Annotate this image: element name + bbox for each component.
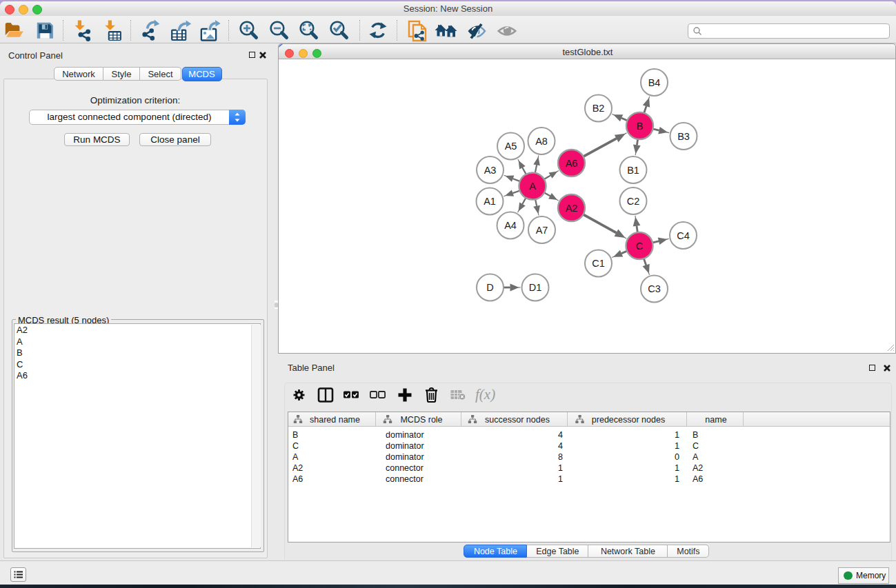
svg-text:0: 0 (675, 452, 679, 462)
svg-text:A6: A6 (693, 474, 703, 484)
svg-text:A2: A2 (693, 463, 703, 473)
svg-text:A6: A6 (566, 158, 578, 169)
svg-text:A7: A7 (536, 225, 548, 236)
svg-text:A2: A2 (292, 463, 303, 473)
svg-text:predecessor nodes: predecessor nodes (592, 415, 665, 425)
svg-text:A3: A3 (484, 165, 497, 176)
svg-text:B3: B3 (677, 131, 690, 142)
svg-text:1: 1 (675, 441, 679, 451)
svg-text:8: 8 (558, 452, 563, 462)
svg-text:dominator: dominator (386, 441, 424, 451)
svg-text:D: D (486, 282, 493, 293)
svg-text:C2: C2 (627, 196, 640, 207)
svg-text:A5: A5 (505, 141, 517, 152)
svg-text:A4: A4 (504, 220, 517, 231)
svg-text:1: 1 (675, 463, 679, 473)
svg-text:D1: D1 (529, 282, 542, 293)
svg-text:A1: A1 (484, 196, 496, 207)
svg-text:1: 1 (675, 430, 679, 440)
svg-text:B1: B1 (627, 165, 639, 176)
svg-text:f(x): f(x) (475, 386, 495, 403)
svg-text:B: B (292, 430, 298, 440)
svg-text:B: B (693, 430, 698, 440)
svg-text:name: name (705, 415, 726, 425)
svg-text:shared name: shared name (310, 415, 360, 425)
svg-text:C: C (292, 441, 299, 451)
svg-text:A: A (529, 181, 536, 192)
svg-text:4: 4 (558, 441, 563, 451)
svg-text:A: A (693, 452, 699, 462)
svg-text:connector: connector (386, 463, 424, 473)
svg-text:C3: C3 (648, 283, 661, 294)
svg-text:4: 4 (558, 430, 563, 440)
svg-text:A6: A6 (292, 474, 303, 484)
svg-text:C: C (693, 441, 699, 451)
svg-text:B2: B2 (593, 103, 605, 114)
svg-text:1: 1 (558, 474, 563, 484)
svg-text:C4: C4 (677, 230, 690, 241)
svg-text:B: B (637, 121, 644, 132)
svg-text:A8: A8 (535, 136, 548, 147)
svg-text:dominator: dominator (386, 430, 424, 440)
svg-text:1: 1 (675, 474, 679, 484)
svg-text:MCDS role: MCDS role (400, 415, 442, 425)
svg-text:C1: C1 (592, 258, 605, 269)
svg-text:successor nodes: successor nodes (485, 415, 550, 425)
svg-text:B4: B4 (648, 77, 661, 88)
svg-text:C: C (636, 241, 643, 252)
svg-text:A2: A2 (566, 203, 578, 214)
svg-text:A: A (292, 452, 299, 462)
svg-text:dominator: dominator (386, 452, 424, 462)
svg-text:1: 1 (558, 463, 563, 473)
svg-text:connector: connector (386, 474, 424, 484)
